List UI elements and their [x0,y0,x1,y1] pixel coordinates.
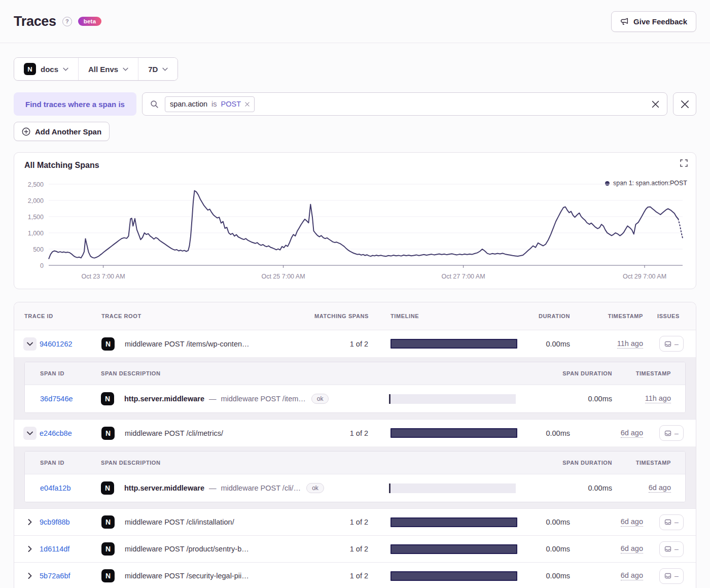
table-row: 1d6114df N middleware POST /product/sent… [14,536,696,563]
give-feedback-label: Give Feedback [633,17,687,26]
span-op: http.server.middleware [124,484,204,492]
collapse-row-chevron[interactable] [23,337,37,351]
trace-root-text: middleware POST /product/sentry-b… [125,545,249,553]
expanded-span-section: SPAN ID SPAN DESCRIPTION SPAN DURATION T… [14,446,696,509]
svg-text:1,000: 1,000 [28,230,44,237]
expand-row-chevron[interactable] [23,569,37,582]
span-description-text: middleware POST /cli/… [221,484,301,492]
nextjs-icon: N [101,337,115,351]
trace-id-link[interactable]: 1d6114df [40,545,69,553]
remove-span-query-button[interactable] [673,92,696,116]
duration-value: 0.00ms [546,340,570,348]
project-filter[interactable]: N docs [14,58,78,80]
chart-title: All Matching Spans [24,161,99,170]
matching-spans-count: 1 of 2 [350,429,368,437]
circle-plus-icon [22,127,30,136]
nextjs-project-icon: N [24,63,36,75]
project-filter-label: docs [41,65,58,74]
token-operator: is [211,100,217,108]
chevron-down-icon [162,67,168,71]
matching-spans-count: 1 of 2 [350,572,368,580]
expand-row-chevron[interactable] [23,515,37,529]
col-timeline: TIMELINE [390,313,532,319]
span-id-link[interactable]: e04fa12b [40,484,70,492]
span-id-link[interactable]: 36d7546e [40,395,73,403]
span-duration-value: 0.00ms [588,484,612,492]
table-row: 9cb9f88b N middleware POST /cli/installa… [14,509,696,536]
span-status-badge: ok [311,394,329,404]
add-another-span-label: Add Another Span [35,127,101,136]
trace-id-link[interactable]: 94601262 [40,340,73,348]
timestamp-value: 6d ago [621,571,643,580]
span-timeline-bar [389,483,516,493]
nextjs-icon: N [101,542,115,556]
page-filter-bar: N docs All Envs 7D [14,57,178,81]
give-feedback-button[interactable]: Give Feedback [611,11,696,32]
svg-text:2,000: 2,000 [28,197,44,204]
span-table-header: SPAN ID SPAN DESCRIPTION SPAN DURATION T… [25,452,685,474]
col-span-duration: SPAN DURATION [531,460,612,466]
expand-chart-icon[interactable] [680,159,688,167]
chevron-down-icon [63,67,68,71]
span-description-text: middleware POST /item… [221,395,305,403]
nextjs-icon: N [101,515,115,529]
timestamp-value: 11h ago [617,339,643,349]
col-timestamp: TIMESTAMP [588,313,655,319]
help-icon[interactable]: ? [62,17,72,26]
trace-id-link[interactable]: 5b72a6bf [40,572,70,580]
span-duration-value: 0.00ms [588,395,612,403]
trace-id-link[interactable]: e246cb8e [40,429,72,437]
timeseries-chart: 05001,0001,5002,0002,500Oct 23 7:00 AMOc… [14,176,697,282]
svg-text:2,500: 2,500 [28,181,44,188]
trace-root-text: middleware POST /cli/installation/ [125,518,234,526]
col-span-id: SPAN ID [25,370,101,376]
nextjs-icon: N [101,427,115,440]
matching-spans-count: 1 of 2 [350,545,368,553]
issues-button[interactable]: – [659,568,684,584]
environment-filter[interactable]: All Envs [78,58,138,80]
add-another-span-button[interactable]: Add Another Span [14,122,110,141]
duration-value: 0.00ms [546,572,570,580]
span-search-input[interactable]: span.action is POST [142,92,667,116]
issues-count: – [674,545,679,552]
separator-dash: — [209,484,217,492]
timeline-bar [390,428,517,438]
traces-page: Traces ? beta Give Feedback N docs [0,0,710,588]
issues-icon [664,340,671,348]
date-range-filter[interactable]: 7D [138,58,178,80]
beta-badge: beta [78,17,101,26]
duration-value: 0.00ms [546,429,570,437]
traces-table-header: TRACE ID TRACE ROOT MATCHING SPANS TIMEL… [14,302,696,330]
page-title: Traces [14,14,56,29]
issues-icon [664,572,671,579]
token-remove-icon[interactable] [245,102,250,107]
nextjs-icon: N [101,569,115,582]
svg-text:1,500: 1,500 [28,214,44,221]
find-traces-label: Find traces where a span is [14,92,136,116]
expand-row-chevron[interactable] [23,542,37,556]
token-value: POST [221,100,241,108]
nextjs-icon: N [101,481,114,495]
table-row: 94601262 N middleware POST /items/wp-con… [14,330,696,357]
col-span-timestamp: TIMESTAMP [612,370,685,376]
issues-button[interactable]: – [659,514,684,530]
issues-button[interactable]: – [659,425,684,441]
issues-count: – [674,340,679,348]
issues-button[interactable]: – [659,541,684,557]
issues-button[interactable]: – [659,336,684,352]
col-span-duration: SPAN DURATION [531,370,612,376]
issues-count: – [674,572,679,579]
issues-count: – [674,518,679,526]
issues-icon [664,518,671,526]
span-status-badge: ok [306,483,324,493]
col-matching-spans: MATCHING SPANS [314,313,390,319]
collapse-row-chevron[interactable] [23,427,37,440]
clear-search-icon[interactable] [652,100,659,108]
trace-id-link[interactable]: 9cb9f88b [40,518,70,526]
col-issues: ISSUES [655,313,696,319]
timestamp-value: 6d ago [621,544,643,554]
matching-spans-count: 1 of 2 [350,518,368,526]
span-timeline-bar [389,394,516,404]
search-token[interactable]: span.action is POST [165,96,255,112]
megaphone-icon [620,17,629,26]
